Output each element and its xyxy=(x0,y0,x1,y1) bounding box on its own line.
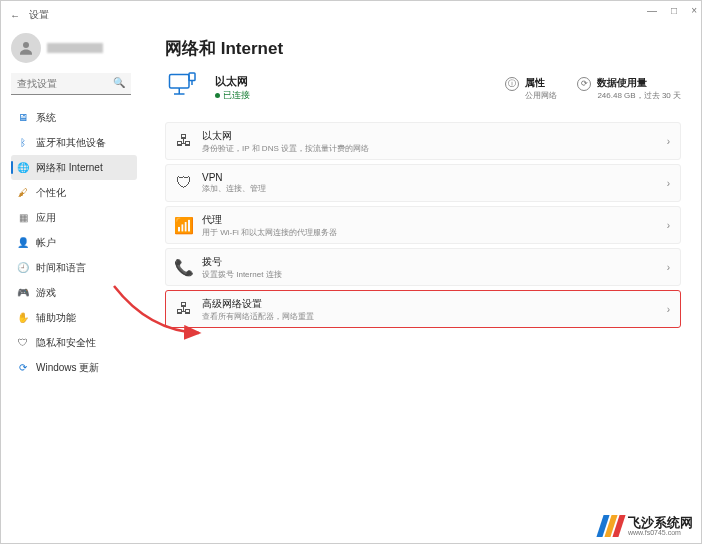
setting-item-2[interactable]: 📶代理用于 Wi-Fi 和以太网连接的代理服务器› xyxy=(165,206,681,244)
nav-icon: 👤 xyxy=(17,237,29,249)
item-title: 代理 xyxy=(202,213,337,227)
svg-point-0 xyxy=(23,42,29,48)
card-icon: ⓘ xyxy=(505,77,519,91)
nav-label: 系统 xyxy=(36,111,56,125)
watermark: 飞沙系统网 www.fs0745.com xyxy=(600,515,693,537)
back-button[interactable]: ← xyxy=(7,10,23,21)
item-title: 拨号 xyxy=(202,255,282,269)
card-sub: 246.48 GB，过去 30 天 xyxy=(597,90,681,101)
svg-rect-4 xyxy=(189,73,195,81)
status-title: 以太网 xyxy=(215,74,250,89)
nav-label: 隐私和安全性 xyxy=(36,336,96,350)
setting-item-4[interactable]: 🖧高级网络设置查看所有网络适配器，网络重置› xyxy=(165,290,681,328)
sidebar-item-0[interactable]: 🖥系统 xyxy=(11,105,137,130)
info-card-0[interactable]: ⓘ属性公用网络 xyxy=(505,76,557,101)
item-sub: 设置拨号 Internet 连接 xyxy=(202,269,282,280)
sidebar-item-5[interactable]: 👤帐户 xyxy=(11,230,137,255)
chevron-right-icon: › xyxy=(667,304,670,315)
nav-label: Windows 更新 xyxy=(36,361,99,375)
sidebar-item-2[interactable]: 🌐网络和 Internet xyxy=(11,155,137,180)
status-dot-icon xyxy=(215,93,220,98)
item-title: 高级网络设置 xyxy=(202,297,314,311)
nav-label: 网络和 Internet xyxy=(36,161,103,175)
user-name xyxy=(47,43,103,53)
avatar xyxy=(11,33,41,63)
main-content: 网络和 Internet 以太网 已连接 ⓘ属性公用网络⟳数据使用量246.48… xyxy=(137,29,701,543)
user-block[interactable] xyxy=(11,33,137,63)
nav-list: 🖥系统ᛒ蓝牙和其他设备🌐网络和 Internet🖌个性化▦应用👤帐户🕘时间和语言… xyxy=(11,105,137,380)
info-card-1[interactable]: ⟳数据使用量246.48 GB，过去 30 天 xyxy=(577,76,681,101)
chevron-right-icon: › xyxy=(667,178,670,189)
nav-label: 辅助功能 xyxy=(36,311,76,325)
item-sub: 用于 Wi-Fi 和以太网连接的代理服务器 xyxy=(202,227,337,238)
maximize-button[interactable]: □ xyxy=(671,5,677,16)
watermark-logo-icon xyxy=(600,515,622,537)
nav-label: 帐户 xyxy=(36,236,56,250)
chevron-right-icon: › xyxy=(667,262,670,273)
watermark-url: www.fs0745.com xyxy=(628,529,693,536)
svg-rect-1 xyxy=(170,75,190,89)
nav-label: 游戏 xyxy=(36,286,56,300)
search-box[interactable]: 🔍 xyxy=(11,73,131,95)
item-icon: 🖧 xyxy=(176,133,192,149)
nav-label: 蓝牙和其他设备 xyxy=(36,136,106,150)
nav-icon: ▦ xyxy=(17,212,29,224)
item-icon: 🖧 xyxy=(176,301,192,317)
item-icon: 📶 xyxy=(176,217,192,233)
sidebar-item-7[interactable]: 🎮游戏 xyxy=(11,280,137,305)
nav-icon: 🖥 xyxy=(17,112,29,124)
sidebar: 🔍 🖥系统ᛒ蓝牙和其他设备🌐网络和 Internet🖌个性化▦应用👤帐户🕘时间和… xyxy=(1,29,137,543)
window-title: 设置 xyxy=(29,8,49,22)
sidebar-item-9[interactable]: 🛡隐私和安全性 xyxy=(11,330,137,355)
setting-item-3[interactable]: 📞拨号设置拨号 Internet 连接› xyxy=(165,248,681,286)
search-icon: 🔍 xyxy=(113,77,125,88)
card-title: 数据使用量 xyxy=(597,76,681,90)
page-title: 网络和 Internet xyxy=(165,37,681,60)
card-title: 属性 xyxy=(525,76,557,90)
setting-item-0[interactable]: 🖧以太网身份验证，IP 和 DNS 设置，按流量计费的网络› xyxy=(165,122,681,160)
item-sub: 查看所有网络适配器，网络重置 xyxy=(202,311,314,322)
item-icon: 📞 xyxy=(176,259,192,275)
close-button[interactable]: × xyxy=(691,5,697,16)
nav-icon: ✋ xyxy=(17,312,29,324)
nav-label: 个性化 xyxy=(36,186,66,200)
setting-item-1[interactable]: 🛡VPN添加、连接、管理› xyxy=(165,164,681,202)
nav-icon: 🕘 xyxy=(17,262,29,274)
sidebar-item-6[interactable]: 🕘时间和语言 xyxy=(11,255,137,280)
status-sub: 已连接 xyxy=(223,89,250,102)
watermark-title: 飞沙系统网 xyxy=(628,516,693,529)
nav-label: 应用 xyxy=(36,211,56,225)
item-sub: 身份验证，IP 和 DNS 设置，按流量计费的网络 xyxy=(202,143,369,154)
nav-icon: 🛡 xyxy=(17,337,29,349)
sidebar-item-4[interactable]: ▦应用 xyxy=(11,205,137,230)
item-icon: 🛡 xyxy=(176,175,192,191)
item-title: 以太网 xyxy=(202,129,369,143)
minimize-button[interactable]: — xyxy=(647,5,657,16)
sidebar-item-3[interactable]: 🖌个性化 xyxy=(11,180,137,205)
chevron-right-icon: › xyxy=(667,136,670,147)
item-title: VPN xyxy=(202,172,266,183)
item-sub: 添加、连接、管理 xyxy=(202,183,266,194)
nav-icon: ᛒ xyxy=(17,137,29,149)
nav-icon: ⟳ xyxy=(17,362,29,374)
chevron-right-icon: › xyxy=(667,220,670,231)
nav-icon: 🌐 xyxy=(17,162,29,174)
status-row: 以太网 已连接 ⓘ属性公用网络⟳数据使用量246.48 GB，过去 30 天 xyxy=(165,70,681,106)
card-icon: ⟳ xyxy=(577,77,591,91)
nav-label: 时间和语言 xyxy=(36,261,86,275)
sidebar-item-8[interactable]: ✋辅助功能 xyxy=(11,305,137,330)
nav-icon: 🖌 xyxy=(17,187,29,199)
sidebar-item-10[interactable]: ⟳Windows 更新 xyxy=(11,355,137,380)
ethernet-icon xyxy=(165,70,201,106)
nav-icon: 🎮 xyxy=(17,287,29,299)
card-sub: 公用网络 xyxy=(525,90,557,101)
sidebar-item-1[interactable]: ᛒ蓝牙和其他设备 xyxy=(11,130,137,155)
